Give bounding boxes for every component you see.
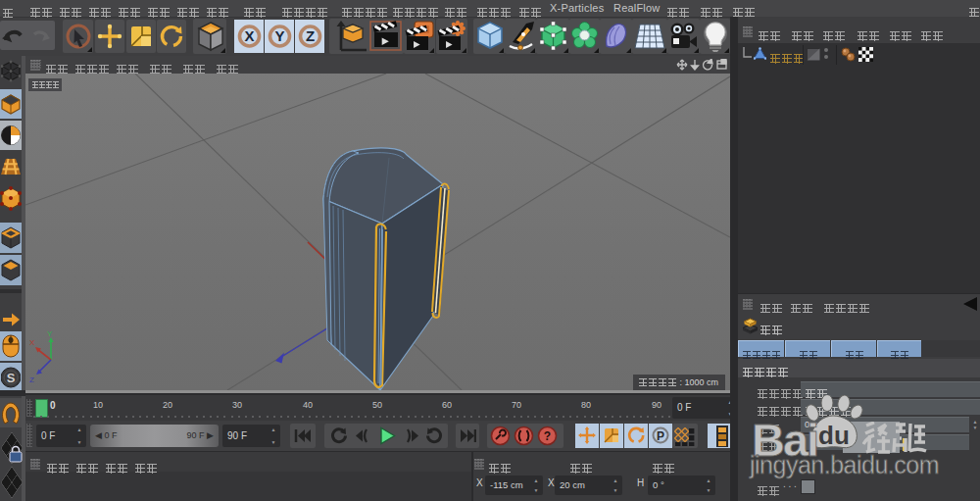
svg-text:X: X bbox=[29, 338, 35, 347]
svg-text:Z: Z bbox=[306, 27, 315, 44]
svg-text:P: P bbox=[657, 429, 664, 443]
svg-text:Y: Y bbox=[274, 27, 284, 44]
svg-text:?: ? bbox=[544, 429, 551, 443]
svg-text:S: S bbox=[7, 371, 16, 385]
svg-text:Z: Z bbox=[29, 376, 34, 384]
svg-text:Y: Y bbox=[47, 329, 53, 338]
svg-text:X: X bbox=[244, 27, 254, 44]
